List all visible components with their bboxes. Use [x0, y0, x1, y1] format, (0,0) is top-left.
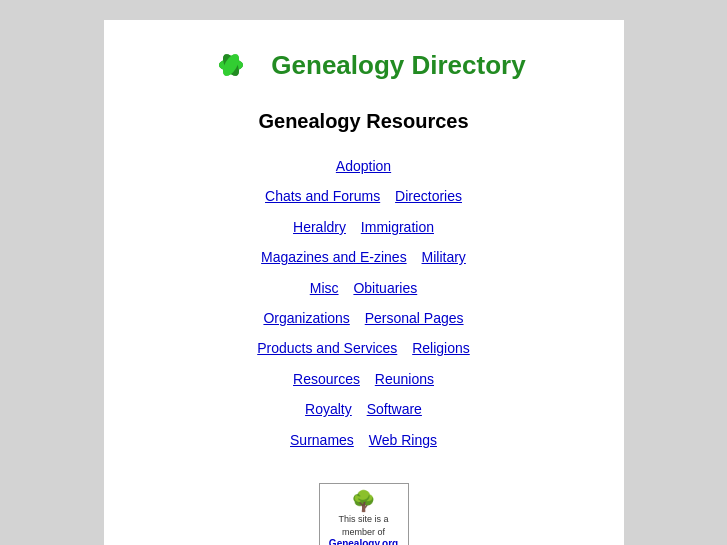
link-royalty[interactable]: Royalty — [305, 401, 352, 417]
page-container: Genealogy Directory Genealogy Resources … — [104, 20, 624, 545]
nav-row-8: Resources Reunions — [124, 364, 604, 394]
link-software[interactable]: Software — [367, 401, 422, 417]
resources-nav: Adoption Chats and Forums Directories He… — [124, 151, 604, 455]
genealogy-org-badge: 🌳 This site is a member of Genealogy.org — [319, 483, 409, 545]
genealogy-org-badge-container: 🌳 This site is a member of Genealogy.org — [124, 473, 604, 545]
page-heading: Genealogy Resources — [124, 110, 604, 133]
site-title-text: Genealogy Directory — [271, 50, 525, 81]
nav-row-3: Heraldry Immigration — [124, 212, 604, 242]
link-adoption[interactable]: Adoption — [336, 158, 391, 174]
nav-row-4: Magazines and E-zines Military — [124, 242, 604, 272]
link-reunions[interactable]: Reunions — [375, 371, 434, 387]
genealogy-org-link[interactable]: Genealogy.org — [329, 538, 398, 545]
link-magazines[interactable]: Magazines and E-zines — [261, 249, 407, 265]
link-religions[interactable]: Religions — [412, 340, 470, 356]
nav-row-10: Surnames Web Rings — [124, 425, 604, 455]
nav-row-7: Products and Services Religions — [124, 333, 604, 363]
link-immigration[interactable]: Immigration — [361, 219, 434, 235]
link-heraldry[interactable]: Heraldry — [293, 219, 346, 235]
badge-tree-icon: 🌳 — [328, 489, 400, 513]
link-military[interactable]: Military — [422, 249, 466, 265]
link-products[interactable]: Products and Services — [257, 340, 397, 356]
nav-row-2: Chats and Forums Directories — [124, 181, 604, 211]
link-chats[interactable]: Chats and Forums — [265, 188, 380, 204]
link-organizations[interactable]: Organizations — [263, 310, 349, 326]
link-resources[interactable]: Resources — [293, 371, 360, 387]
nav-row-5: Misc Obituaries — [124, 273, 604, 303]
site-logo — [201, 40, 261, 90]
link-obituaries[interactable]: Obituaries — [353, 280, 417, 296]
nav-row-6: Organizations Personal Pages — [124, 303, 604, 333]
link-surnames[interactable]: Surnames — [290, 432, 354, 448]
link-webrings[interactable]: Web Rings — [369, 432, 437, 448]
badge-member-text: This site is a member of — [338, 514, 388, 537]
link-personal-pages[interactable]: Personal Pages — [365, 310, 464, 326]
link-directories[interactable]: Directories — [395, 188, 462, 204]
nav-row-9: Royalty Software — [124, 394, 604, 424]
site-header: Genealogy Directory — [124, 40, 604, 90]
nav-row-1: Adoption — [124, 151, 604, 181]
link-misc[interactable]: Misc — [310, 280, 339, 296]
